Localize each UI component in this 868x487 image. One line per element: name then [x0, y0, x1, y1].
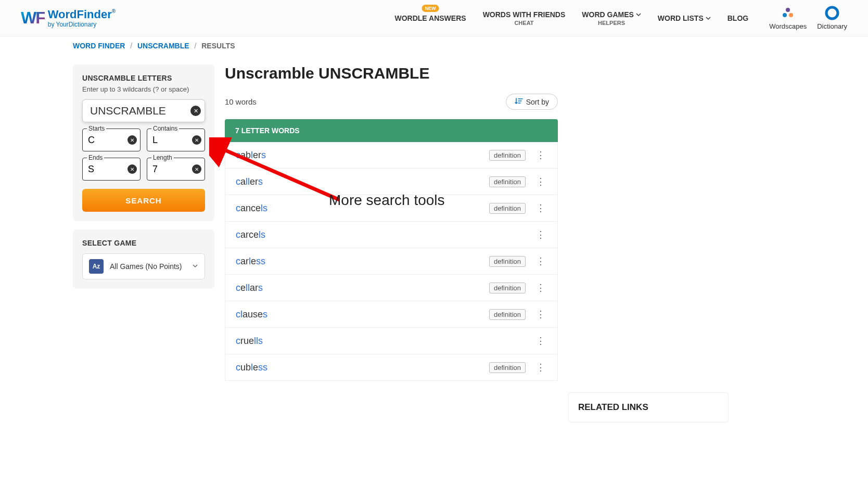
svg-point-2 [789, 13, 793, 17]
sort-icon [515, 97, 523, 106]
chevron-down-icon [636, 10, 641, 19]
clear-letters-icon[interactable]: ✕ [190, 106, 201, 116]
word-row: carlessdefinition⋮ [225, 248, 558, 275]
clear-starts-icon[interactable]: ✕ [127, 135, 137, 145]
breadcrumb-current: RESULTS [201, 42, 235, 50]
more-icon[interactable]: ⋮ [534, 335, 547, 347]
word-row: cablersdefinition⋮ [225, 142, 558, 169]
svg-point-0 [786, 8, 790, 12]
letters-input[interactable] [82, 99, 205, 122]
nav: NEWWORDLE ANSWERSWORDS WITH FRIENDSCHEAT… [394, 10, 748, 26]
definition-button[interactable]: definition [489, 309, 526, 320]
word-text[interactable]: clauses [236, 309, 489, 320]
word-text[interactable]: cellars [236, 283, 489, 293]
chevron-down-icon [192, 262, 198, 271]
svg-point-1 [783, 13, 787, 17]
header: WF WordFinder® by YourDictionary NEWWORD… [0, 0, 868, 36]
word-text[interactable]: cancels [236, 203, 489, 214]
definition-button[interactable]: definition [489, 362, 526, 373]
nav-item-0[interactable]: NEWWORDLE ANSWERS [394, 14, 466, 22]
word-text[interactable]: callers [236, 176, 489, 187]
game-select[interactable]: Az All Games (No Points) [82, 253, 205, 279]
game-label: All Games (No Points) [110, 262, 192, 271]
header-apps: Wordscapes Dictionary [769, 6, 847, 30]
more-icon[interactable]: ⋮ [534, 229, 547, 240]
related-title: RELATED LINKS [578, 402, 719, 413]
word-count: 10 words [225, 97, 257, 106]
definition-button[interactable]: definition [489, 256, 526, 267]
nav-badge: NEW [422, 5, 439, 12]
chevron-down-icon [706, 14, 711, 22]
word-row: carcels⋮ [225, 222, 558, 248]
definition-button[interactable]: definition [489, 176, 526, 187]
sidebar: UNSCRAMBLE LETTERS Enter up to 3 wildcar… [73, 65, 214, 297]
page-title: Unscramble UNSCRAMBLE [225, 65, 558, 82]
contains-field: Contains ✕ [147, 129, 205, 151]
definition-button[interactable]: definition [489, 283, 526, 293]
dictionary-app[interactable]: Dictionary [817, 6, 847, 30]
search-button[interactable]: SEARCH [82, 189, 205, 212]
breadcrumb-unscramble[interactable]: UNSCRAMBLE [137, 42, 189, 50]
word-text[interactable]: carcels [236, 229, 534, 240]
wordscapes-icon [781, 6, 795, 20]
more-icon[interactable]: ⋮ [534, 176, 547, 187]
breadcrumb-wordfinder[interactable]: WORD FINDER [73, 42, 125, 50]
word-row: cellarsdefinition⋮ [225, 275, 558, 301]
definition-button[interactable]: definition [489, 203, 526, 214]
more-icon[interactable]: ⋮ [534, 255, 547, 267]
logo-main: WordFinder® [48, 9, 116, 20]
length-field: Length ✕ [147, 158, 205, 181]
word-text[interactable]: carless [236, 256, 489, 267]
word-row: clausesdefinition⋮ [225, 301, 558, 328]
related-links: RELATED LINKS [568, 392, 729, 422]
logo-wf: WF [21, 8, 45, 28]
select-game-title: SELECT GAME [82, 239, 205, 247]
more-icon[interactable]: ⋮ [534, 362, 547, 373]
right-column: RELATED LINKS [568, 65, 729, 422]
word-text[interactable]: cablers [236, 150, 489, 161]
more-icon[interactable]: ⋮ [534, 282, 547, 293]
word-row: callersdefinition⋮ [225, 169, 558, 195]
clear-contains-icon[interactable]: ✕ [192, 135, 201, 145]
nav-item-2[interactable]: WORD GAMESHELPERS [582, 10, 641, 26]
nav-item-4[interactable]: BLOG [727, 14, 748, 22]
unscramble-title: UNSCRAMBLE LETTERS [82, 74, 205, 82]
word-row: cancelsdefinition⋮ [225, 195, 558, 222]
starts-field: Starts ✕ [82, 129, 141, 151]
logo[interactable]: WF WordFinder® by YourDictionary [21, 8, 116, 28]
unscramble-hint: Enter up to 3 wildcards (? or space) [82, 85, 205, 93]
breadcrumb: WORD FINDER / UNSCRAMBLE / RESULTS [0, 36, 868, 55]
more-icon[interactable]: ⋮ [534, 309, 547, 320]
more-icon[interactable]: ⋮ [534, 202, 547, 214]
word-row: cublessdefinition⋮ [225, 354, 558, 381]
word-list: cablersdefinition⋮callersdefinition⋮canc… [225, 142, 558, 381]
logo-sub: by YourDictionary [48, 21, 116, 28]
definition-button[interactable]: definition [489, 150, 526, 161]
more-icon[interactable]: ⋮ [534, 149, 547, 161]
nav-item-1[interactable]: WORDS WITH FRIENDSCHEAT [483, 10, 566, 26]
container: UNSCRAMBLE LETTERS Enter up to 3 wildcar… [0, 55, 868, 422]
group-header: 7 LETTER WORDS [225, 119, 558, 142]
select-game-panel: SELECT GAME Az All Games (No Points) [73, 229, 214, 289]
word-row: cruells⋮ [225, 328, 558, 354]
main: Unscramble UNSCRAMBLE 10 words Sort by 7… [225, 65, 558, 381]
clear-length-icon[interactable]: ✕ [192, 164, 201, 174]
word-text[interactable]: cruells [236, 336, 534, 347]
nav-item-3[interactable]: WORD LISTS [658, 14, 711, 22]
game-az-icon: Az [89, 259, 104, 274]
word-text[interactable]: cubless [236, 362, 489, 373]
clear-ends-icon[interactable]: ✕ [127, 164, 137, 174]
svg-point-3 [826, 7, 838, 19]
unscramble-panel: UNSCRAMBLE LETTERS Enter up to 3 wildcar… [73, 65, 214, 221]
wordscapes-app[interactable]: Wordscapes [769, 6, 807, 30]
sort-button[interactable]: Sort by [506, 94, 558, 110]
dictionary-icon [825, 6, 839, 20]
ends-field: Ends ✕ [82, 158, 141, 181]
